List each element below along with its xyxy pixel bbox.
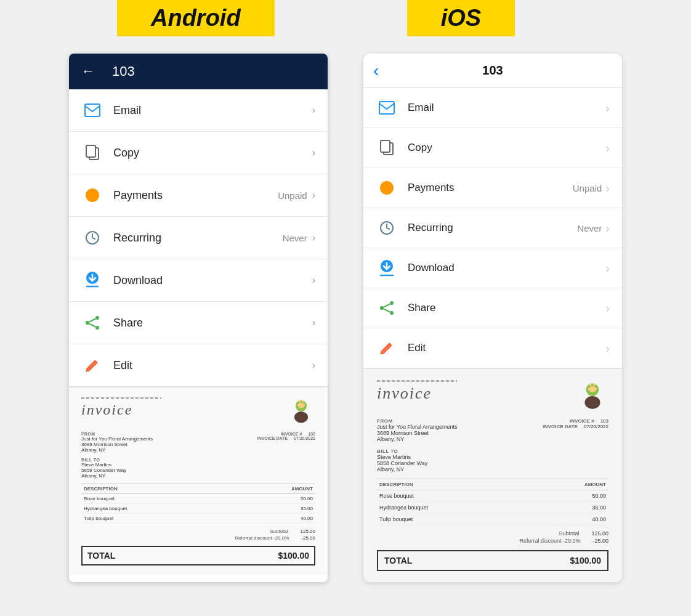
ios-edit-chevron: › [605, 341, 610, 355]
edit-icon [81, 354, 103, 376]
ios-discount-label: Referral discount -20.0% [519, 538, 580, 544]
android-header: ← 103 [69, 54, 328, 89]
android-payments-label: Payments [113, 189, 278, 202]
ios-invoice-title: invoice [377, 384, 432, 402]
ios-bill-to-address: 5858 Coriander Way [377, 460, 608, 466]
android-menu-item-edit[interactable]: Edit › [69, 344, 328, 386]
ios-email-icon [376, 97, 398, 119]
ios-screen-title: 103 [482, 63, 503, 78]
ios-invoice-date: 07/20/2022 [584, 424, 608, 429]
android-payments-value: Unpaid [278, 190, 307, 201]
android-edit-label: Edit [113, 359, 312, 372]
ios-recurring-chevron: › [605, 221, 610, 235]
download-icon [81, 269, 103, 291]
android-recurring-label: Recurring [113, 232, 283, 245]
ios-subtotal-label: Subtotal [559, 530, 579, 537]
ios-payments-value: Unpaid [573, 183, 602, 193]
android-discount-label: Referral discount -20.0% [235, 535, 289, 541]
ios-total-amount: $100.00 [570, 556, 601, 565]
ios-bill-to-city: Albany, NY [377, 466, 608, 472]
svg-rect-16 [381, 140, 390, 152]
ios-share-chevron: › [605, 301, 610, 315]
ios-subtotal: 125.00 [591, 530, 608, 537]
ios-recurring-label: Recurring [408, 222, 577, 234]
ios-back-button[interactable]: ‹ [373, 61, 379, 81]
android-recurring-value: Never [283, 233, 307, 243]
ios-recurring-icon [376, 217, 398, 239]
ios-menu-item-copy[interactable]: Copy › [363, 128, 622, 168]
android-subtotal-label: Subtotal [270, 529, 288, 534]
android-platform-badge: Android [117, 0, 275, 36]
android-total-label: TOTAL [87, 551, 115, 561]
android-invoice-title: invoice [81, 402, 132, 418]
svg-point-20 [380, 306, 384, 310]
page-wrapper: Android iOS ← 103 [0, 0, 691, 616]
recurring-icon [81, 227, 103, 249]
android-menu-item-payments[interactable]: Payments Unpaid › [69, 174, 328, 217]
ios-from-company: Just for You Floral Arrangements [377, 424, 458, 430]
ios-invoice-logo [576, 380, 608, 412]
ios-payments-chevron: › [605, 181, 610, 195]
android-share-chevron: › [312, 317, 315, 328]
ios-menu-item-payments[interactable]: Payments Unpaid › [363, 168, 622, 208]
svg-rect-2 [86, 145, 95, 157]
android-menu-item-copy[interactable]: Copy › [69, 132, 328, 174]
ios-total-label: TOTAL [384, 556, 412, 565]
ios-email-label: Email [408, 102, 605, 114]
android-total-amount: $100.00 [278, 551, 309, 561]
android-back-button[interactable]: ← [81, 63, 95, 79]
android-bill-to-city: Albany, NY [81, 473, 315, 479]
ios-edit-icon [376, 337, 398, 359]
table-row: Hydrangea bouquet 35.00 [377, 502, 608, 514]
ios-share-icon [376, 297, 398, 319]
ios-menu-item-edit[interactable]: Edit › [363, 328, 622, 368]
ios-menu-item-email[interactable]: Email › [363, 88, 622, 128]
android-invoice-logo [287, 397, 315, 426]
android-invoice-num-label: INVOICE # [281, 432, 302, 436]
ios-invoice-table: DESCRIPTION AMOUNT Rose bouquet 50.00 Hy… [377, 479, 608, 525]
svg-point-24 [585, 396, 600, 409]
android-from-address: 3689 Morrison Street [81, 442, 153, 447]
android-bill-to-address: 5858 Coriander Way [81, 468, 315, 473]
ios-platform-label: iOS [441, 5, 481, 31]
ios-download-icon [376, 257, 398, 279]
android-bill-to-name: Steve Martins [81, 462, 315, 468]
ios-payments-label: Payments [408, 182, 573, 194]
svg-point-19 [390, 301, 394, 305]
android-email-label: Email [113, 104, 312, 117]
ios-menu-item-share[interactable]: Share › [363, 288, 622, 328]
android-discount: -25.00 [301, 535, 315, 541]
ios-download-label: Download [408, 262, 605, 274]
svg-point-13 [300, 401, 302, 403]
android-subtotal: 125.00 [301, 529, 315, 534]
ios-recurring-value: Never [577, 223, 602, 233]
table-row: Tulip bouquet 40.00 [81, 514, 315, 524]
ios-menu-item-recurring[interactable]: Recurring Never › [363, 208, 622, 248]
android-menu-item-recurring[interactable]: Recurring Never › [69, 217, 328, 259]
android-menu-item-email[interactable]: Email › [69, 89, 328, 132]
android-from-label: FROM [81, 432, 153, 436]
ios-share-label: Share [408, 302, 605, 314]
android-menu-list: Email › Copy › [69, 89, 328, 386]
android-invoice-date-label: INVOICE DATE [257, 436, 288, 440]
ios-header: ‹ 103 [363, 54, 622, 88]
android-edit-chevron: › [312, 360, 315, 371]
android-from-city: Albany, NY [81, 447, 153, 453]
ios-phone: ‹ 103 Email › [363, 54, 622, 582]
android-platform-label: Android [151, 5, 241, 31]
table-row: Rose bouquet 50.00 [81, 494, 315, 504]
ios-discount: -25.00 [592, 538, 608, 544]
android-invoice-num: 103 [308, 432, 315, 436]
ios-copy-label: Copy [408, 142, 605, 154]
ios-menu-item-download[interactable]: Download › [363, 248, 622, 288]
android-copy-chevron: › [312, 147, 315, 158]
android-bill-to-label: BILL TO [81, 458, 315, 462]
svg-point-5 [95, 316, 99, 320]
android-menu-item-download[interactable]: Download › [69, 259, 328, 302]
ios-menu-list: Email › Copy › [363, 88, 622, 368]
svg-rect-0 [85, 104, 100, 116]
svg-point-6 [86, 321, 89, 325]
android-from-company: Just for You Floral Arrangements [81, 436, 153, 442]
android-email-chevron: › [312, 105, 315, 116]
android-menu-item-share[interactable]: Share › [69, 302, 328, 344]
